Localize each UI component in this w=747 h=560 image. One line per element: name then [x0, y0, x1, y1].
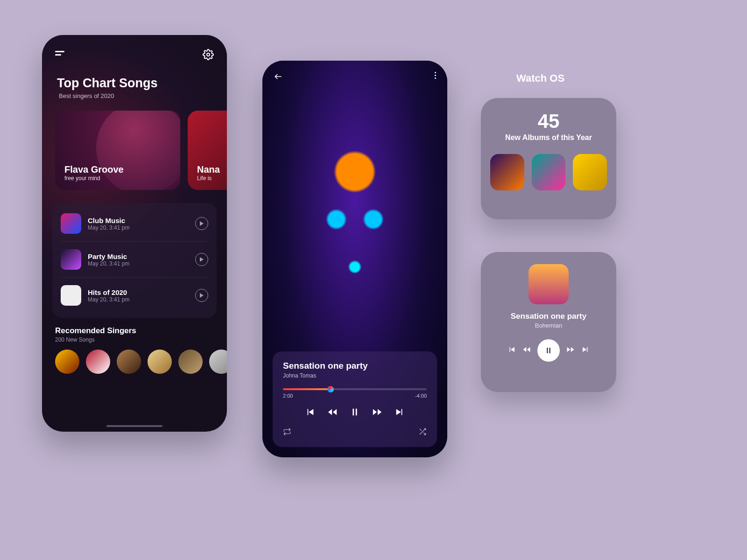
- forward-icon[interactable]: [372, 407, 382, 419]
- watch-label: Watch OS: [516, 72, 564, 84]
- watch-track-title: Sensation one party: [511, 312, 586, 321]
- card-title: Nana: [197, 164, 227, 175]
- avatar[interactable]: [86, 350, 110, 374]
- home-indicator: [106, 425, 162, 427]
- more-icon[interactable]: [435, 72, 436, 83]
- avatar[interactable]: [209, 350, 227, 374]
- next-track-icon[interactable]: [395, 407, 405, 419]
- recommended-subtitle: 200 New Songs: [42, 336, 227, 343]
- menu-icon[interactable]: [55, 49, 64, 62]
- featured-card[interactable]: Flava Groove free your mind: [55, 111, 180, 190]
- avatar[interactable]: [148, 350, 172, 374]
- song-thumb: [61, 249, 81, 270]
- avatar[interactable]: [55, 350, 79, 374]
- song-list: Club Music May 20, 3:41 pm Party Music M…: [52, 203, 217, 318]
- play-icon[interactable]: [195, 289, 208, 302]
- song-date: May 20, 3:41 pm: [88, 224, 129, 231]
- song-name: Party Music: [88, 252, 129, 260]
- avatar[interactable]: [117, 350, 141, 374]
- play-icon[interactable]: [195, 217, 208, 230]
- card-title: Flava Groove: [64, 164, 171, 175]
- albums-count: 45: [490, 110, 607, 133]
- page-subtitle: Best singers of 2020: [42, 92, 227, 99]
- watch-player-card: Sensation one party Bohemian: [481, 252, 616, 392]
- player-panel: Sensation one party Johna Tomas 2:00 -4:…: [273, 351, 437, 447]
- prev-track-icon[interactable]: [305, 407, 315, 419]
- album-thumb[interactable]: [573, 154, 607, 190]
- album-thumb[interactable]: [490, 154, 524, 190]
- now-playing-screen: Sensation one party Johna Tomas 2:00 -4:…: [262, 61, 447, 457]
- watch-track-artist: Bohemian: [535, 322, 563, 329]
- albums-caption: New Albums of this Year: [490, 133, 607, 142]
- song-date: May 20, 3:41 pm: [88, 260, 129, 267]
- featured-card[interactable]: Nana Life is: [188, 111, 227, 190]
- watch-albums-card: 45 New Albums of this Year: [481, 98, 616, 219]
- next-track-icon[interactable]: [581, 345, 590, 356]
- song-row[interactable]: Hits of 2020 May 20, 3:41 pm: [61, 278, 208, 313]
- shuffle-icon[interactable]: [418, 427, 427, 438]
- rewind-icon[interactable]: [522, 345, 531, 356]
- song-name: Hits of 2020: [88, 288, 129, 296]
- song-row[interactable]: Club Music May 20, 3:41 pm: [61, 206, 208, 242]
- rewind-icon[interactable]: [327, 407, 338, 419]
- watch-album-cover[interactable]: [529, 264, 569, 304]
- album-thumb[interactable]: [532, 154, 566, 190]
- page-title: Top Chart Songs: [42, 62, 227, 92]
- featured-row: Flava Groove free your mind Nana Life is: [42, 99, 227, 190]
- avatar[interactable]: [178, 350, 203, 374]
- music-list-screen: Top Chart Songs Best singers of 2020 Fla…: [42, 35, 227, 432]
- song-name: Club Music: [88, 217, 129, 224]
- prev-track-icon[interactable]: [507, 345, 516, 356]
- time-remaining: -4:00: [415, 393, 427, 399]
- track-artist: Johna Tomas: [283, 372, 427, 379]
- progress-bar[interactable]: [283, 388, 427, 390]
- card-subtitle: free your mind: [64, 175, 171, 182]
- singer-avatars: [42, 343, 227, 380]
- settings-icon[interactable]: [203, 49, 214, 62]
- back-icon[interactable]: [274, 72, 283, 83]
- time-elapsed: 2:00: [283, 393, 293, 399]
- repeat-icon[interactable]: [283, 427, 291, 438]
- song-date: May 20, 3:41 pm: [88, 296, 129, 303]
- pause-button[interactable]: [537, 339, 560, 362]
- song-thumb: [61, 285, 81, 306]
- song-row[interactable]: Party Music May 20, 3:41 pm: [61, 242, 208, 278]
- song-thumb: [61, 213, 81, 234]
- svg-point-0: [207, 53, 210, 56]
- pause-icon[interactable]: [350, 407, 360, 419]
- play-icon[interactable]: [195, 253, 208, 266]
- track-title: Sensation one party: [283, 361, 427, 371]
- forward-icon[interactable]: [566, 345, 575, 356]
- card-subtitle: Life is: [197, 175, 227, 182]
- recommended-title: Recomended Singers: [42, 318, 227, 336]
